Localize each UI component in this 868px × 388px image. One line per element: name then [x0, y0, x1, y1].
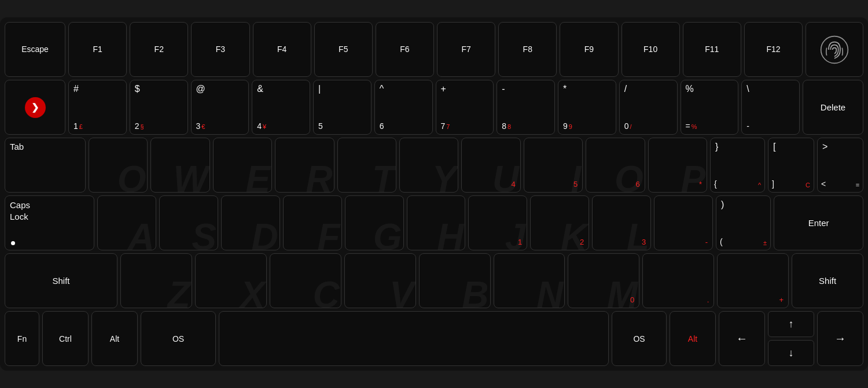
key-f2[interactable]: F2	[130, 22, 188, 77]
key-v[interactable]: V	[344, 253, 416, 308]
key-z[interactable]: Z	[120, 253, 192, 308]
key-q[interactable]: Q	[89, 138, 148, 193]
fingerprint-icon	[820, 35, 849, 64]
key-6-sym: ^	[380, 84, 384, 94]
key-1[interactable]: # 1 £	[68, 80, 127, 135]
key-p[interactable]: P *	[648, 138, 707, 193]
key-f8[interactable]: F8	[498, 22, 557, 77]
key-j[interactable]: J 1	[468, 195, 527, 250]
key-fn[interactable]: Fn	[5, 311, 39, 366]
key-7[interactable]: + 7 7	[436, 80, 494, 135]
key-f11[interactable]: F11	[683, 22, 741, 77]
key-fingerprint[interactable]	[806, 22, 863, 77]
key-alt-right[interactable]: Alt	[670, 311, 716, 366]
key-ctrl-label: Ctrl	[59, 334, 72, 343]
key-f9[interactable]: F9	[560, 22, 618, 77]
key-space[interactable]	[219, 311, 609, 366]
key-0[interactable]: / 0 /	[619, 80, 678, 135]
key-arrow-down[interactable]: ↓	[768, 340, 814, 366]
key-os-right-label: OS	[633, 334, 645, 343]
key-os-right[interactable]: OS	[612, 311, 667, 366]
row-qwerty: Tab Q W E R T Y U 4 I	[5, 138, 863, 193]
key-backtick[interactable]	[5, 80, 65, 135]
row-function: Escape F1 F2 F3 F4 F5 F6 F7 F8 F9 F10	[5, 22, 863, 77]
key-m[interactable]: M 0	[568, 253, 639, 308]
key-escape[interactable]: Escape	[5, 22, 65, 77]
key-alt-left-label: Alt	[110, 334, 119, 343]
key-a[interactable]: A	[97, 195, 156, 250]
key-y[interactable]: Y	[399, 138, 458, 193]
key-u[interactable]: U 4	[461, 138, 520, 193]
key-minus-sym: \	[746, 84, 749, 94]
key-o[interactable]: O 6	[586, 138, 645, 193]
key-r[interactable]: R	[275, 138, 334, 193]
key-9-sym: *	[563, 84, 567, 94]
key-arrow-left[interactable]: ←	[719, 311, 765, 366]
key-x[interactable]: X	[195, 253, 267, 308]
row-numbers: # 1 £ $ 2 § @ 3 € & 4	[5, 80, 863, 135]
key-5[interactable]: | 5	[313, 80, 372, 135]
key-k[interactable]: K 2	[530, 195, 589, 250]
key-3[interactable]: @ 3 €	[191, 80, 249, 135]
key-t[interactable]: T	[337, 138, 396, 193]
key-close-bracket[interactable]: [ ] C	[768, 138, 814, 193]
key-h[interactable]: H	[407, 195, 466, 250]
key-b[interactable]: B	[419, 253, 491, 308]
key-8[interactable]: - 8 8	[496, 80, 555, 135]
key-6[interactable]: ^ 6	[374, 80, 433, 135]
key-semicolon[interactable]: -	[654, 195, 713, 250]
key-5-sym: |	[318, 84, 321, 94]
key-8-sym: -	[502, 84, 505, 94]
key-shift-left[interactable]: Shift	[5, 253, 117, 308]
key-shift-right[interactable]: Shift	[792, 253, 863, 308]
key-comma[interactable]: .	[642, 253, 714, 308]
key-alt-left[interactable]: Alt	[91, 311, 138, 366]
key-f6[interactable]: F6	[376, 22, 434, 77]
caps-dot	[11, 241, 15, 245]
key-g[interactable]: G	[345, 195, 404, 250]
key-tab[interactable]: Tab	[5, 138, 86, 193]
key-f7[interactable]: F7	[437, 22, 495, 77]
key-f4[interactable]: F4	[253, 22, 311, 77]
key-f3[interactable]: F3	[191, 22, 249, 77]
key-f5[interactable]: F5	[314, 22, 373, 77]
key-enter[interactable]: Enter	[774, 195, 863, 250]
key-l[interactable]: L 3	[592, 195, 651, 250]
key-shift-right-label: Shift	[819, 276, 836, 286]
key-ctrl[interactable]: Ctrl	[42, 311, 89, 366]
key-period[interactable]: +	[717, 253, 789, 308]
key-9[interactable]: * 9 9	[558, 80, 616, 135]
key-arrow-up[interactable]: ↑	[768, 311, 814, 337]
key-arrow-right[interactable]: →	[817, 311, 863, 366]
key-2[interactable]: $ 2 §	[130, 80, 188, 135]
key-7-sym: +	[441, 84, 446, 94]
key-minus[interactable]: \ -	[741, 80, 800, 135]
keyboard: Escape F1 F2 F3 F4 F5 F6 F7 F8 F9 F10	[0, 17, 868, 371]
key-os-left[interactable]: OS	[141, 311, 216, 366]
key-f10[interactable]: F10	[621, 22, 680, 77]
key-i[interactable]: I 5	[524, 138, 583, 193]
key-e[interactable]: E	[213, 138, 272, 193]
key-equals-sym: %	[686, 84, 694, 94]
key-c[interactable]: C	[270, 253, 341, 308]
row-bottom: Fn Ctrl Alt OS OS Alt ← ↑ ↓	[5, 311, 863, 366]
key-equals[interactable]: % = %	[681, 80, 739, 135]
key-d[interactable]: D	[221, 195, 280, 250]
row-caps: CapsLock A S D F G H J 1	[5, 195, 863, 250]
key-4-sym: &	[257, 84, 263, 94]
key-f1[interactable]: F1	[68, 22, 127, 77]
key-f12[interactable]: F12	[744, 22, 803, 77]
key-caps-lock[interactable]: CapsLock	[5, 195, 94, 250]
arrow-up-down-container: ↑ ↓	[768, 311, 814, 366]
key-0-sym: /	[624, 84, 627, 94]
key-delete[interactable]: Delete	[803, 80, 863, 135]
key-open-bracket[interactable]: } { ^	[710, 138, 765, 193]
key-s[interactable]: S	[159, 195, 218, 250]
key-w[interactable]: W	[150, 138, 209, 193]
key-backslash[interactable]: > < =	[817, 138, 863, 193]
key-quote[interactable]: ) ( ±	[716, 195, 771, 250]
key-n[interactable]: N	[494, 253, 565, 308]
key-4[interactable]: & 4 ¥	[252, 80, 310, 135]
key-f[interactable]: F	[283, 195, 342, 250]
svg-point-0	[821, 36, 848, 63]
